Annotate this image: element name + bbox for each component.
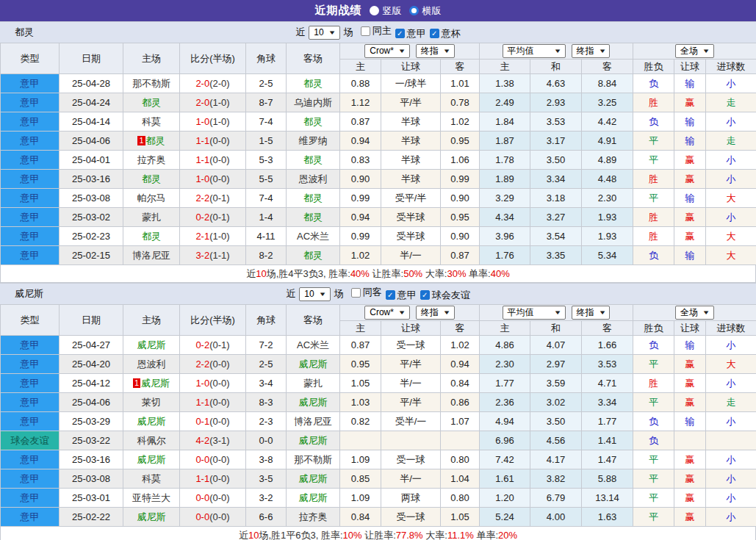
handicap: 半球 [381, 132, 441, 151]
result-handicap: 赢 [674, 151, 706, 170]
result-handicap: 赢 [674, 227, 706, 246]
handicap: 平/半 [381, 355, 441, 374]
away-team-name: 拉齐奥 [299, 511, 328, 522]
handicap [381, 431, 441, 450]
away-team-cell: 乌迪内斯 [287, 93, 340, 112]
match-type-cell: 意甲 [1, 246, 60, 265]
odds-time-select[interactable]: 终指▼ [416, 306, 455, 320]
result-handicap: 赢 [674, 450, 706, 469]
average-select[interactable]: 平均值▼ [503, 44, 566, 58]
avg-draw-odds: 3.18 [530, 189, 582, 208]
home-team-name: 都灵 [142, 231, 161, 242]
filter-checkbox[interactable]: 意杯 [430, 27, 461, 40]
team-name-label: 威尼斯 [15, 287, 43, 300]
col-result-goals: 进球数 [706, 60, 756, 74]
home-team-cell: 博洛尼亚 [123, 246, 180, 265]
checkbox-icon[interactable] [430, 29, 439, 38]
corner-count: 7-4 [246, 112, 287, 132]
filter-checkbox[interactable]: 意甲 [386, 289, 417, 302]
avg-home-odds: 2.49 [480, 93, 530, 112]
checkbox-icon[interactable] [395, 29, 405, 38]
away-team-cell: 威尼斯 [287, 393, 340, 412]
away-team-cell: 威尼斯 [287, 355, 340, 374]
layout-radio-horizontal[interactable]: 横版 [409, 4, 442, 18]
filter-checkbox[interactable]: 球会友谊 [420, 289, 470, 302]
result-win-draw-lose: 负 [633, 246, 674, 265]
col-odds-away: 客 [441, 321, 480, 336]
match-type-cell: 意甲 [1, 170, 60, 189]
home-team-name: 拉齐奥 [137, 154, 166, 165]
average-select[interactable]: 平均值▼ [503, 306, 566, 320]
avg-home-odds: 1.89 [480, 170, 530, 189]
home-team-cell: 科莫 [123, 112, 180, 132]
col-avg-home: 主 [480, 60, 530, 74]
match-date: 25-04-20 [60, 355, 123, 374]
table-row: 意甲 25-03-08 帕尔马 2-2(0-1) 7-4 都灵 0.99 受平/… [1, 189, 756, 208]
checkbox-icon[interactable] [351, 288, 361, 298]
home-team-name: 蒙扎 [142, 212, 161, 223]
avg-away-odds: 3.34 [582, 393, 633, 412]
summary-segment: 30% [447, 268, 466, 279]
col-result-handicap: 让球 [674, 321, 706, 336]
handicap: 受半球 [381, 208, 441, 227]
table-row: 意甲 25-04-24 都灵 2-0(1-0) 8-7 乌迪内斯 1.12 平/… [1, 93, 756, 112]
home-odds: 0.90 [340, 170, 381, 189]
away-team-name: 都灵 [303, 212, 323, 223]
result-win-draw-lose: 平 [633, 450, 674, 469]
full-time-score: 0-0 [195, 511, 209, 522]
avg-time-select[interactable]: 终指▼ [572, 44, 611, 58]
fulltime-select[interactable]: 全场▼ [675, 306, 714, 320]
match-type-cell: 意甲 [1, 355, 60, 374]
home-team-name: 都灵 [142, 173, 161, 184]
checkbox-icon[interactable] [386, 290, 395, 300]
col-avg-draw: 和 [530, 60, 582, 74]
layout-radio-vertical[interactable]: 竖版 [370, 4, 402, 18]
away-team-name: 都灵 [303, 250, 323, 261]
checkbox-icon[interactable] [361, 26, 370, 36]
col-away: 客场 [287, 43, 340, 74]
home-team-cell: 科莫 [123, 469, 180, 489]
home-team-name: 莱切 [142, 397, 161, 408]
result-goals: 大 [706, 227, 756, 246]
radio-icon[interactable] [370, 6, 379, 15]
handicap: 受一球 [381, 508, 441, 527]
match-type-cell: 意甲 [1, 469, 60, 489]
home-odds: 0.88 [340, 74, 381, 93]
chevron-down-icon: ▼ [702, 306, 710, 319]
away-team-cell: 威尼斯 [287, 431, 340, 450]
home-odds: 1.03 [340, 393, 381, 412]
match-count-select[interactable]: 10▼ [309, 26, 339, 40]
avg-draw-odds: 3.53 [530, 112, 582, 132]
checkbox-icon[interactable] [420, 290, 430, 300]
filter-checkbox[interactable]: 同客 [351, 286, 382, 299]
full-time-score: 0-2 [195, 339, 209, 350]
avg-time-select[interactable]: 终指▼ [572, 306, 611, 320]
away-odds: 0.84 [441, 374, 480, 393]
match-date: 25-04-24 [60, 93, 123, 112]
filter-checkbox[interactable]: 同主 [361, 24, 392, 37]
radio-label: 横版 [422, 4, 442, 18]
away-team-cell: AC米兰 [287, 336, 340, 355]
filter-checkbox[interactable]: 意甲 [395, 27, 426, 40]
result-win-draw-lose: 负 [633, 431, 674, 450]
match-date: 25-04-12 [60, 374, 123, 393]
match-date: 25-04-06 [60, 393, 123, 412]
bookmaker-select[interactable]: Crow*▼ [364, 306, 410, 320]
home-team-cell: 威尼斯 [123, 450, 180, 469]
radio-selected-icon[interactable] [409, 6, 419, 15]
bookmaker-select[interactable]: Crow*▼ [364, 44, 410, 58]
summary-segment: 让胜率: [370, 267, 403, 281]
result-goals: 小 [706, 450, 756, 469]
col-corner: 角球 [246, 305, 287, 336]
stats-summary: 近10场,胜1平6负3, 胜率:10% 让胜率:77.8% 大率:11.1% 单… [0, 527, 756, 540]
fulltime-select[interactable]: 全场▼ [675, 44, 714, 58]
odds-time-select[interactable]: 终指▼ [416, 44, 455, 58]
table-row: 意甲 25-04-06 莱切 1-1(0-0) 8-3 威尼斯 1.03 平/半… [1, 393, 756, 412]
score-cell: 0-2(0-1) [180, 336, 246, 355]
match-date: 25-03-16 [60, 170, 123, 189]
result-goals: 小 [706, 336, 756, 355]
away-team-name: 威尼斯 [299, 473, 328, 484]
home-odds: 1.02 [340, 246, 381, 265]
match-count-select[interactable]: 10▼ [299, 287, 330, 301]
result-handicap: 赢 [674, 355, 706, 374]
